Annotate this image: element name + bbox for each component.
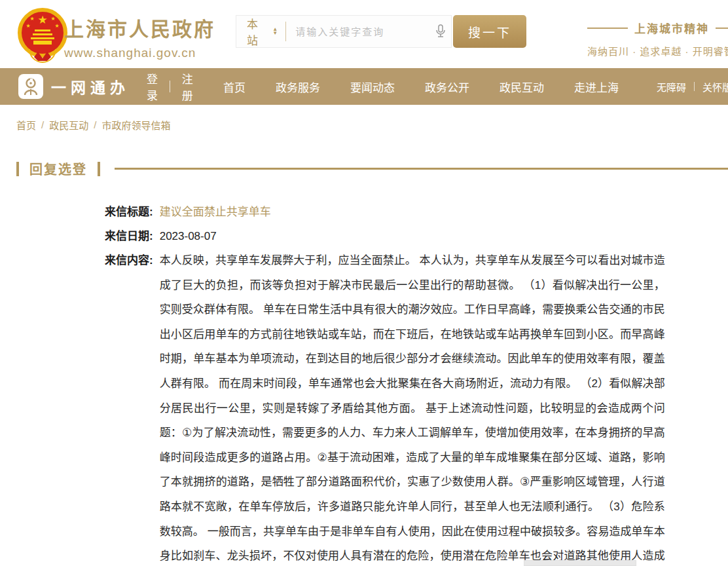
nav-item-disclosure[interactable]: 政务公开 bbox=[425, 79, 469, 95]
search-scope-label: 本站 bbox=[247, 15, 268, 48]
svg-text:★: ★ bbox=[54, 23, 59, 29]
person-portal-icon bbox=[18, 74, 43, 99]
search-scope-dropdown[interactable]: 本站 ▲▼ bbox=[236, 15, 285, 48]
breadcrumb: 首页 / 政民互动 / 市政府领导信箱 bbox=[16, 118, 728, 132]
search-button[interactable]: 搜一下 bbox=[453, 15, 526, 48]
auth-links: 登录 注册 bbox=[147, 70, 193, 103]
nav-item-home[interactable]: 首页 bbox=[223, 79, 246, 95]
breadcrumb-interaction[interactable]: 政民互动 bbox=[49, 118, 88, 132]
city-spirit-title: 上海城市精神 bbox=[628, 20, 716, 36]
city-spirit-subtitle: 海纳百川 · 追求卓越 · 开明睿智 · 大气谦和 bbox=[587, 44, 728, 58]
nav-items: 首页 政务服务 要闻动态 政务公开 政民互动 走进上海 bbox=[223, 79, 649, 95]
login-link[interactable]: 登录 bbox=[147, 70, 158, 103]
search-input[interactable] bbox=[286, 26, 429, 37]
breadcrumb-separator: / bbox=[41, 119, 44, 130]
letter-date-row: 来信日期: 2023-08-07 bbox=[105, 229, 728, 244]
nav-item-about-shanghai[interactable]: 走进上海 bbox=[574, 79, 619, 95]
letter-date-label: 来信日期: bbox=[105, 229, 153, 244]
nav-item-news[interactable]: 要闻动态 bbox=[350, 79, 395, 95]
nav-item-services[interactable]: 政务服务 bbox=[276, 79, 320, 95]
spirit-line-right bbox=[716, 28, 728, 29]
nav-utilities: 无障碍 关怀版 简 繁 bbox=[649, 80, 728, 94]
site-logo[interactable]: 上海市人民政府 www.shanghai.gov.cn bbox=[64, 13, 215, 60]
breadcrumb-home[interactable]: 首页 bbox=[16, 118, 36, 132]
section-header: 回复选登 bbox=[16, 159, 728, 178]
letter-content-row: 来信内容: 本人反映，共享单车发展弊大于利，应当全面禁止。 本人认为，共享单车从… bbox=[105, 253, 728, 566]
svg-text:★: ★ bbox=[26, 23, 30, 29]
svg-text:★: ★ bbox=[37, 14, 47, 26]
accessibility-link[interactable]: 无障碍 bbox=[649, 80, 694, 94]
care-version-link[interactable]: 关怀版 bbox=[695, 80, 728, 94]
section-rule bbox=[115, 168, 728, 170]
section-bar-right bbox=[98, 162, 100, 176]
letter-content-label: 来信内容: bbox=[105, 248, 153, 273]
auth-divider bbox=[170, 81, 170, 92]
breadcrumb-separator: / bbox=[94, 119, 96, 130]
letter-content-text: 本人反映，共享单车发展弊大于利，应当全面禁止。 本人认为，共享单车从发展至今可以… bbox=[160, 248, 665, 566]
letter-title-row: 来信标题: 建议全面禁止共享单车 bbox=[105, 204, 728, 220]
letter-detail: 来信标题: 建议全面禁止共享单车 来信日期: 2023-08-07 来信内容: … bbox=[105, 204, 728, 566]
breadcrumb-mailbox: 市政府领导信箱 bbox=[101, 118, 170, 132]
one-net-portal-logo[interactable]: 一网通办 bbox=[18, 74, 130, 99]
site-url: www.shanghai.gov.cn bbox=[64, 46, 215, 60]
brand-name: 一网通办 bbox=[51, 75, 130, 98]
spirit-line-left bbox=[587, 28, 628, 29]
letter-title-value[interactable]: 建议全面禁止共享单车 bbox=[160, 204, 271, 220]
site-header: ★ ★ ★ ★ ★ 上海市人民政府 www.shanghai.gov.cn 本站… bbox=[0, 0, 728, 68]
register-link[interactable]: 注册 bbox=[182, 70, 193, 103]
site-title: 上海市人民政府 bbox=[64, 13, 215, 42]
national-emblem-icon[interactable]: ★ ★ ★ ★ ★ bbox=[14, 6, 71, 64]
horizontal-scrollbar-thumb[interactable] bbox=[524, 560, 636, 566]
sort-arrows-icon: ▲▼ bbox=[272, 28, 278, 35]
microphone-icon[interactable] bbox=[429, 24, 451, 39]
svg-text:★: ★ bbox=[29, 16, 34, 22]
svg-text:★: ★ bbox=[50, 16, 55, 22]
search-box: 本站 ▲▼ bbox=[236, 15, 452, 48]
letter-title-label: 来信标题: bbox=[105, 204, 153, 220]
letter-date-value: 2023-08-07 bbox=[160, 229, 217, 244]
main-navbar: 一网通办 登录 注册 首页 政务服务 要闻动态 政务公开 政民互动 走进上海 无… bbox=[0, 68, 728, 105]
nav-item-interaction[interactable]: 政民互动 bbox=[500, 79, 544, 95]
city-spirit-block: 上海城市精神 海纳百川 · 追求卓越 · 开明睿智 · 大气谦和 bbox=[587, 20, 728, 58]
search-bar: 本站 ▲▼ 搜一下 bbox=[236, 15, 526, 48]
section-title: 回复选登 bbox=[19, 159, 98, 178]
